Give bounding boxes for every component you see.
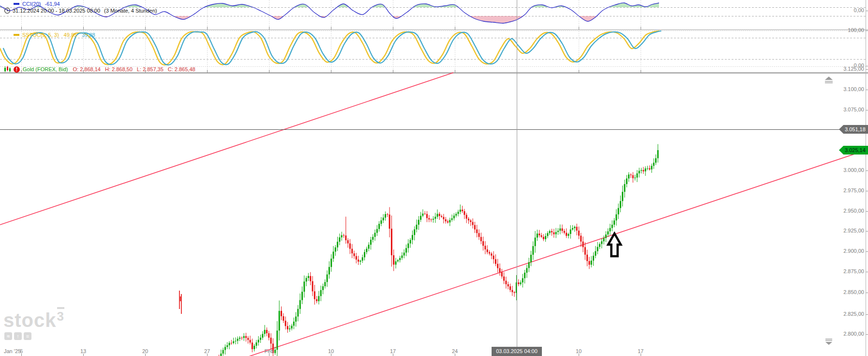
time-axis-label: 13 (74, 348, 93, 354)
time-axis-label: Feb (259, 348, 279, 354)
lines-icon: ≡ (24, 332, 31, 340)
wave-icon: ≈ (4, 332, 12, 340)
ohlc-low-label: L: (137, 66, 141, 72)
price-axis-label: 2.950,00 (843, 208, 864, 214)
level-price-badge: 3.051,18 (839, 125, 868, 134)
chart-canvas[interactable] (0, 0, 868, 356)
ohlc-open-label: O: (73, 66, 79, 72)
instrument-legend[interactable]: ! Gold (FOREX, Bid) O: 2.868,14 H: 2.868… (4, 66, 195, 73)
watermark-icons: ≈ ↑ ≡ (4, 332, 31, 340)
ohlc-high-label: H: (105, 66, 110, 72)
ohlc-low-value: 2.857,35 (143, 66, 164, 72)
ohlc-open-value: 2.868,14 (80, 66, 101, 72)
sstoc-label: SSTOC(5, 5, 3) (22, 32, 59, 38)
ohlc-high-value: 2.868,50 (112, 66, 133, 72)
crosshair-time-badge: 03.03.2025 04:00 (492, 347, 542, 356)
sstoc-series-chip-icon (14, 34, 19, 36)
price-axis-label: 2.900,00 (843, 248, 864, 254)
time-axis-label: 20 (135, 348, 155, 354)
price-axis-line (866, 0, 868, 356)
stock3-watermark: stock3 (3, 310, 64, 330)
price-axis-label: 2.875,00 (843, 268, 864, 274)
grid-lines (0, 0, 866, 356)
price-axis-label: 3.000,00 (843, 167, 864, 173)
sstoc-indicator (0, 31, 661, 65)
price-axis-label: 3.125,00 (843, 66, 864, 72)
price-axis-label: 2.850,00 (843, 289, 864, 295)
price-axis-label: 2.825,00 (843, 311, 864, 317)
trendlines[interactable] (0, 73, 866, 356)
sstoc-legend[interactable]: SSTOC(5, 5, 3) 49,85 39,88 (14, 32, 95, 38)
last-price-badge: 3.025,14 (839, 146, 868, 155)
ohlc-close-label: C: (168, 66, 173, 72)
time-axis-label: 10 (321, 348, 341, 354)
sstoc-k-value: 49,85 (64, 32, 77, 38)
time-axis-label: 17 (631, 348, 650, 354)
candlestick-icon (4, 66, 11, 73)
timeline-range: 31.12.2024 20:00 - 18.03.2025 08:00 (13, 8, 100, 14)
price-axis-label: 0,00 (854, 7, 864, 13)
time-axis-label: 10 (569, 348, 588, 354)
clock-icon (4, 7, 11, 14)
price-axis-label: 2.800,00 (843, 331, 864, 337)
arrow-up-icon: ↑ (14, 332, 22, 340)
price-axis-label: 2.925,00 (843, 228, 864, 233)
cci-series-chip-icon (14, 3, 19, 5)
axis-scroll-down-icon[interactable] (825, 339, 832, 345)
time-axis-label: 6 (12, 348, 31, 354)
time-axis-label: 24 (445, 348, 464, 354)
timeline-legend: 31.12.2024 20:00 - 18.03.2025 08:00 (3 M… (4, 7, 157, 14)
price-axis-label: 3.100,00 (843, 86, 864, 92)
sstoc-d-value: 39,88 (82, 32, 95, 38)
alert-icon[interactable]: ! (14, 66, 20, 73)
price-axis-label: 100,00 (848, 27, 864, 33)
up-arrow-annotation[interactable] (608, 233, 621, 256)
cci-label: CCI(20) (22, 1, 41, 7)
data-glitch-marks (179, 291, 182, 314)
candlesticks (218, 144, 658, 356)
price-axis-label: 3.075,00 (843, 107, 864, 112)
cci-legend[interactable]: CCI(20) -61,94 (14, 1, 60, 7)
time-axis-label: 17 (383, 348, 403, 354)
chart-window: CCI(20) -61,94 31.12.2024 20:00 - 18.03.… (0, 0, 868, 356)
ohlc-close-value: 2.865,48 (175, 66, 195, 72)
time-axis-label: 27 (197, 348, 217, 354)
axis-scroll-up-icon[interactable] (825, 77, 833, 83)
instrument-name: Gold (FOREX, Bid) (23, 66, 68, 72)
cci-value: -61,94 (45, 1, 60, 7)
price-axis-label: 2.975,00 (843, 187, 864, 193)
timeline-granularity: (3 Monate, 4 Stunden) (104, 8, 157, 14)
